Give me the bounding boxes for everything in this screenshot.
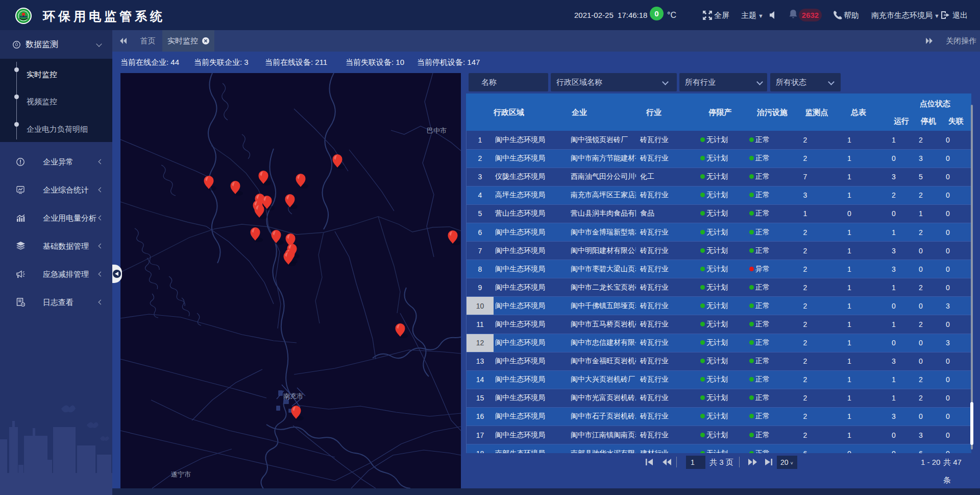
- svg-text:南充市: 南充市: [283, 392, 303, 400]
- svg-text:巴中市: 巴中市: [427, 127, 447, 134]
- svg-text:遂宁市: 遂宁市: [171, 470, 191, 478]
